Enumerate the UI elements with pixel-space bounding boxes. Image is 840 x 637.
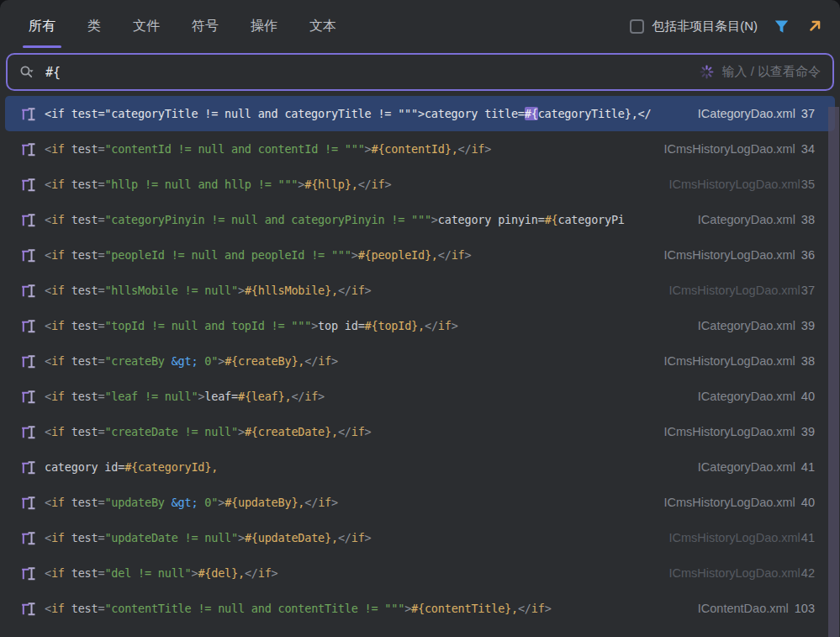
open-in-find-window-button[interactable] [805,16,825,36]
code-segment: #{updateDate}, [245,531,338,544]
result-row[interactable]: <if test="leaf != null">leaf=#{leaf},</i… [5,379,835,414]
code-segment: </ [291,390,304,403]
code-segment: "contentTitle != null and contentTitle !… [104,602,404,615]
code-segment: test [71,354,98,368]
code-segment: if [351,425,365,438]
tab-files[interactable]: 文件 [133,0,160,52]
code-segment: > [272,566,278,580]
code-segment: > [404,602,411,615]
code-segment [65,531,71,544]
text-occurrence-icon [20,177,36,193]
result-row[interactable]: <if test="hllp != null and hllp != """>#… [5,167,835,202]
results-list: <if test="categoryTitle != null and cate… [0,96,840,626]
code-segment: </ [338,425,351,438]
tab-classes[interactable]: 类 [87,0,101,52]
code-segment: test [71,425,98,438]
code-segment: 0" [198,496,218,509]
search-field[interactable]: 输入 / 以查看命令 [6,53,834,91]
code-segment: if [51,602,65,615]
code-segment [65,425,71,438]
result-line: 40 [801,496,815,509]
code-segment: test [71,390,98,403]
scrollbar-thumb[interactable] [828,107,839,637]
include-non-project-checkbox[interactable] [630,19,644,34]
result-row[interactable]: <if test="createBy &gt; 0">#{createBy},<… [5,343,835,379]
result-line: 37 [801,107,815,120]
result-row[interactable]: category_id=#{categoryId}, ICategoryDao.… [5,449,835,485]
code-segment: > [365,284,372,297]
code-segment: top_id= [318,319,365,332]
code-segment [65,248,71,262]
result-file: ICategoryDao.xml [698,460,795,474]
search-hint-text: 输入 / 以查看命令 [721,64,821,80]
code-segment: </ [458,142,472,156]
result-file: ICmsHistoryLogDao.xml [664,142,795,156]
result-code: <if test="hllp != null and hllp != """>#… [45,178,658,191]
code-segment: test [71,142,98,156]
text-occurrence-icon [20,353,36,369]
result-location: ICmsHistoryLogDao.xml 36 [652,248,815,262]
result-row[interactable]: <if test="hllsMobile != null">#{hllsMobi… [5,273,835,308]
result-file: ICmsHistoryLogDao.xml [664,248,795,262]
result-line: 35 [801,178,815,191]
code-segment: "categoryPinyin != null and categoryPiny… [104,213,431,226]
result-code: <if test="topId != null and topId != """… [45,319,686,332]
code-segment: </ [438,248,452,262]
code-segment: > [238,284,245,297]
search-hint: 输入 / 以查看命令 [700,64,821,80]
tab-actions[interactable]: 操作 [251,0,277,52]
filter-button[interactable] [771,16,791,36]
result-location: ICmsHistoryLogDao.xml 41 [658,531,815,544]
result-row[interactable]: <if test="categoryTitle != null and cate… [5,96,835,131]
result-row[interactable]: <if test="topId != null and topId != """… [5,308,835,343]
tab-symbols[interactable]: 符号 [192,0,219,52]
result-row[interactable]: <if test="updateDate != null">#{updateDa… [5,520,835,555]
tab-all[interactable]: 所有 [29,0,55,52]
code-segment: </ [518,602,531,615]
result-row[interactable]: <if test="categoryPinyin != null and cat… [5,202,835,237]
header-right: 包括非项目条目(N) [630,16,825,36]
code-segment: #{hllsMobile}, [245,284,338,297]
code-segment: if [51,566,65,580]
result-line: 39 [801,425,815,438]
code-segment: > [365,142,372,156]
code-segment: > [384,178,391,191]
result-row[interactable]: <if test="updateBy &gt; 0">#{updateBy},<… [5,485,835,520]
result-line: 41 [801,531,815,544]
code-segment: </ [338,284,351,297]
result-line: 41 [801,460,815,474]
code-segment: #{contentId}, [372,142,458,156]
code-segment: if [452,248,465,262]
result-row[interactable]: <if test="contentId != null and contentI… [5,131,835,167]
result-location: ICategoryDao.xml 37 [686,107,815,120]
result-line: 36 [801,248,815,262]
code-segment: if [438,319,452,332]
code-segment: if [51,354,65,368]
search-icon [18,64,35,81]
result-code: <if test="createDate != null">#{createDa… [45,425,652,438]
code-segment: "hllsMobile != null" [104,284,238,297]
text-occurrence-icon [20,106,36,122]
code-segment: < [45,284,51,297]
tab-all-label: 所有 [29,18,55,35]
code-segment: test [71,566,98,580]
code-segment: > [331,496,338,509]
text-occurrence-icon [20,565,36,581]
code-segment: if [351,531,365,544]
result-row[interactable]: <if test="del != null">#{del},</if> ICms… [5,555,835,591]
result-code: <if test="createBy &gt; 0">#{createBy},<… [45,354,652,368]
result-line: 103 [795,602,815,615]
result-location: ICmsHistoryLogDao.xml 34 [652,142,815,156]
code-segment: if [51,142,65,156]
text-occurrence-icon [20,318,36,334]
result-row[interactable]: <if test="peopleId != null and peopleId … [5,237,835,273]
result-row[interactable]: <if test="createDate != null">#{createDa… [5,414,835,449]
code-segment: if [318,496,331,509]
header: 所有 类 文件 符号 操作 文本 包括非项目条目(N) [0,0,840,52]
code-segment: &gt; [172,496,198,509]
code-segment: if [51,319,65,332]
code-segment: #{createDate}, [245,425,338,438]
tab-text[interactable]: 文本 [309,0,336,52]
result-row[interactable]: <if test="contentTitle != null and conte… [5,591,835,626]
search-input[interactable] [44,64,700,81]
